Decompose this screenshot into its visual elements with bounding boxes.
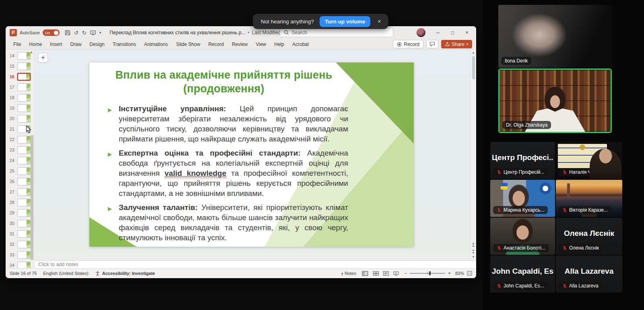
minimize-button[interactable]: ─ <box>431 27 445 38</box>
slide-body-text[interactable]: ▶Інституційне управління: Цей принцип до… <box>108 104 348 247</box>
slide-thumbnail-25[interactable]: 25 <box>6 166 34 176</box>
slide-thumbnail-30[interactable]: 30 <box>6 218 34 229</box>
slide-number: 18 <box>8 95 14 100</box>
slide-thumbnail-29[interactable]: 29 <box>6 208 34 218</box>
reading-view-button[interactable] <box>383 271 389 276</box>
slide-thumbnail-17[interactable]: 17 <box>6 82 34 92</box>
save-icon[interactable] <box>65 30 70 35</box>
redo-icon[interactable]: ↻ <box>82 30 87 35</box>
slide-thumbnail-preview <box>17 241 31 248</box>
speaker-tile-ilona[interactable]: Ilona Derik <box>498 5 612 68</box>
search-placeholder: Search <box>292 30 307 35</box>
slide-thumbnail-24[interactable]: 24 <box>6 155 34 166</box>
notes-bar[interactable]: Click to add notes <box>35 260 476 268</box>
participant-tile[interactable]: Alla LazarevaAlla Lazareva <box>556 256 622 293</box>
slide-sorter-view-button[interactable] <box>373 271 379 276</box>
start-slideshow-icon[interactable] <box>90 30 96 35</box>
participant-tile[interactable]: Вікторія Каразе... <box>556 180 622 217</box>
ribbon-tab-home[interactable]: Home <box>25 40 45 49</box>
zoom-slider-thumb[interactable] <box>429 271 431 275</box>
slide-thumbnail-14[interactable]: 14 <box>6 50 34 61</box>
speaker-tile-olga-active[interactable]: Dr. Olga Zbarskaya <box>498 69 612 133</box>
participant-display-name: Alla Lazareva <box>557 267 621 276</box>
ribbon-tab-record[interactable]: Record <box>204 40 227 49</box>
turn-up-volume-button[interactable]: Turn up volume <box>320 16 370 27</box>
participant-tile[interactable]: Анастасія Болоті... <box>490 218 555 255</box>
ribbon-tab-design[interactable]: Design <box>86 40 108 49</box>
slide-thumbnail-19[interactable]: 19 <box>6 103 34 113</box>
slide-thumbnail-21[interactable]: 21 <box>6 124 34 134</box>
notes-toggle-button[interactable]: ▴ Notes <box>341 271 356 276</box>
slide-thumbnail-32[interactable]: 32 <box>6 239 34 250</box>
slide-thumbnail-26[interactable]: 26 <box>6 176 34 187</box>
maximize-button[interactable]: □ <box>446 27 459 38</box>
ribbon-tab-animations[interactable]: Animations <box>140 40 171 49</box>
close-button[interactable]: × <box>460 27 474 38</box>
ribbon-tab-insert[interactable]: Insert <box>46 40 66 49</box>
ribbon-tab-acrobat[interactable]: Acrobat <box>289 40 312 49</box>
slide-thumbnail-34[interactable]: 34 <box>6 260 34 268</box>
accessibility-status[interactable]: Accessibility: Investigate <box>95 271 155 276</box>
zoom-percentage[interactable]: 83% <box>454 271 464 276</box>
slide-thumbnail-28[interactable]: 28 <box>6 197 34 208</box>
slide-number: 33 <box>8 252 14 257</box>
slide-thumbnail-23[interactable]: 23 <box>6 145 34 155</box>
fit-slide-button[interactable] <box>467 271 472 276</box>
slide-thumbnail-20[interactable]: 20 <box>6 113 34 124</box>
scroll-down-icon[interactable]: ▼ <box>472 255 475 259</box>
slide-canvas[interactable]: Вплив на академічне прийняття рішень (пр… <box>89 62 414 247</box>
slide-thumbnail-16[interactable]: 16 <box>6 71 34 82</box>
participant-tile[interactable]: Марина Кухарсь... <box>490 180 555 217</box>
slide-thumbnail-33[interactable]: 33 <box>6 250 34 260</box>
participant-tile[interactable]: Центр Професі...Центр Професій... <box>490 142 555 179</box>
participant-tile[interactable]: Олена ЛєснікОлена Лєснік <box>556 218 622 255</box>
zoom-slider[interactable] <box>410 273 445 274</box>
ribbon-tab-help[interactable]: Help <box>270 40 288 49</box>
toast-close-icon[interactable]: × <box>376 17 382 25</box>
slide-thumbnail-18[interactable]: 18 <box>6 92 34 103</box>
undo-icon[interactable]: ↺ <box>74 30 78 35</box>
slide-thumbnail-27[interactable]: 27 <box>6 187 34 197</box>
share-button[interactable]: Share ▾ <box>441 40 472 48</box>
record-button[interactable]: Record <box>393 40 423 48</box>
search-box[interactable]: Search <box>280 28 393 37</box>
ribbon-tab-row: FileHomeInsertDrawDesignTransitionsAnima… <box>6 39 476 50</box>
ribbon-tab-file[interactable]: File <box>10 40 25 49</box>
participant-tile[interactable]: John Capaldi, Es...John Capaldi, Es... <box>490 256 555 293</box>
search-icon <box>284 30 289 35</box>
zoom-in-button[interactable]: + <box>448 270 451 276</box>
muted-mic-icon <box>497 170 502 175</box>
ribbon-tab-transitions[interactable]: Transitions <box>109 40 140 49</box>
zoom-out-button[interactable]: − <box>404 270 407 276</box>
slide-thumbnail-15[interactable]: 15 <box>6 61 34 71</box>
participant-tile[interactable]: Наталія Чернен... <box>556 142 622 179</box>
user-avatar[interactable] <box>417 28 425 37</box>
comments-button[interactable] <box>426 40 438 48</box>
normal-view-button[interactable] <box>361 270 369 277</box>
slide-title[interactable]: Вплив на академічне прийняття рішень (пр… <box>95 68 353 96</box>
slide-indicator[interactable]: Slide 16 of 75 <box>10 271 37 276</box>
participant-name-label: Dr. Olga Zbarskaya <box>502 121 551 129</box>
next-slide-button[interactable]: ▼▼ <box>472 249 475 254</box>
slide-number: 27 <box>8 189 14 194</box>
slideshow-view-button[interactable] <box>393 271 399 276</box>
accessibility-label: Accessibility: Investigate <box>102 271 155 276</box>
ribbon-tab-view[interactable]: View <box>252 40 270 49</box>
slide-thumbnail-preview <box>17 136 31 144</box>
slide-thumbnail-22[interactable]: 22 <box>6 134 34 145</box>
thumbnail-panel-scrollbar[interactable] <box>31 135 33 260</box>
quick-access-chevron-icon[interactable]: ▾ <box>99 31 101 35</box>
participant-name: Ilona Derik <box>505 58 528 64</box>
ribbon-tab-review[interactable]: Review <box>228 40 251 49</box>
designer-sparkle-button[interactable] <box>38 53 48 62</box>
scrollbar-thumb[interactable] <box>472 56 475 79</box>
scroll-up-icon[interactable]: ▲ <box>472 51 475 54</box>
slide-thumbnail-31[interactable]: 31 <box>6 229 34 239</box>
ribbon-tab-draw[interactable]: Draw <box>66 40 85 49</box>
language-indicator[interactable]: English (United States) <box>43 271 89 276</box>
ribbon-tab-slide-show[interactable]: Slide Show <box>172 40 204 49</box>
autosave-toggle[interactable]: On <box>43 29 60 36</box>
previous-slide-button[interactable]: ▲▲ <box>472 242 475 247</box>
toast-message: Not hearing anything? <box>261 19 314 25</box>
editor-scrollbar[interactable]: ▲ ▲▲ ▼▼ ▼ <box>470 50 476 260</box>
